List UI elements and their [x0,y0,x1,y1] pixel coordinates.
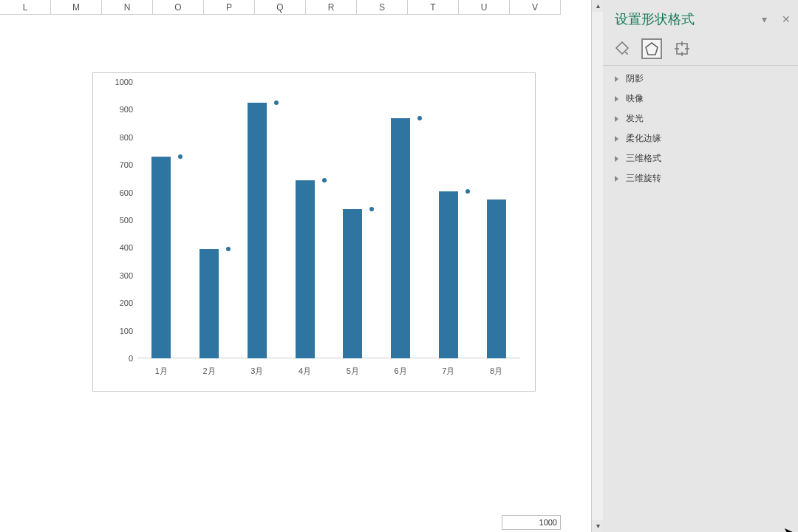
x-tick: 2月 [203,366,216,377]
bar[interactable] [343,209,362,358]
effect-row[interactable]: 三维旋转 [609,168,792,188]
expand-icon [615,76,618,82]
effect-row[interactable]: 柔化边缘 [609,129,792,149]
x-tick: 8月 [490,366,502,377]
y-tick: 100 [120,327,133,335]
bar[interactable] [296,180,315,358]
mouse-cursor-icon: ➤ [783,525,793,532]
effects-icon[interactable] [641,38,662,59]
data-point[interactable] [226,247,231,251]
effect-row[interactable]: 阴影 [609,69,792,89]
worksheet-area[interactable]: LMNOPQRSTUV 0100200300400500600700800900… [0,0,591,532]
pane-title: 设置形状格式 [615,10,695,28]
effects-list: 阴影映像发光柔化边缘三维格式三维旋转 [603,69,798,188]
effect-row[interactable]: 映像 [609,89,792,109]
chart-container[interactable]: 01002003004005006007008009001000 1月2月3月4… [92,72,536,392]
bar[interactable] [391,118,410,358]
y-tick: 900 [120,105,133,114]
data-point[interactable] [178,154,183,159]
scroll-down-icon[interactable]: ▾ [592,520,604,532]
col-header-R[interactable]: R [306,0,357,15]
col-header-T[interactable]: T [408,0,459,15]
effect-label: 阴影 [626,72,644,85]
effect-label: 三维格式 [626,152,661,165]
x-axis: 1月2月3月4月5月6月7月8月 [137,364,520,382]
bar[interactable] [439,191,458,358]
col-header-S[interactable]: S [357,0,408,15]
bar[interactable] [151,157,171,358]
expand-icon [615,96,618,102]
col-header-U[interactable]: U [459,0,510,15]
pane-dropdown-icon[interactable]: ▾ [762,13,767,25]
effect-row[interactable]: 发光 [609,109,792,129]
data-point[interactable] [466,189,470,194]
x-tick: 1月 [155,366,168,377]
y-tick: 800 [120,133,133,142]
y-tick: 400 [120,243,133,252]
pane-category-icons [603,33,798,66]
x-tick: 6月 [395,366,407,377]
format-shape-pane: 设置形状格式 ▾ ✕ 阴影映像发光柔化边缘三维格式三维旋转 [603,0,798,532]
y-tick: 0 [129,354,133,363]
y-tick: 700 [120,160,133,169]
col-header-L[interactable]: L [0,0,51,15]
data-point[interactable] [274,100,279,105]
plot-area[interactable] [137,82,520,358]
size-properties-icon[interactable] [673,40,691,58]
column-headers: LMNOPQRSTUV [0,0,591,15]
x-tick: 7月 [442,366,454,377]
scroll-up-icon[interactable]: ▴ [592,0,604,12]
y-tick: 300 [120,271,133,280]
effect-label: 映像 [626,92,644,105]
effect-label: 三维旋转 [626,172,661,185]
pane-close-icon[interactable]: ✕ [782,13,791,25]
data-point[interactable] [322,178,327,183]
expand-icon [615,136,618,142]
bar[interactable] [248,103,267,358]
col-header-V[interactable]: V [510,0,561,15]
col-header-N[interactable]: N [102,0,153,15]
effect-label: 柔化边缘 [626,132,661,145]
axis-baseline [137,358,520,358]
bar[interactable] [200,249,219,358]
y-tick: 200 [120,299,133,307]
x-tick: 4月 [299,366,311,377]
expand-icon [615,176,618,182]
col-header-M[interactable]: M [51,0,102,15]
floating-value-cell[interactable]: 1000 [502,515,561,530]
data-point[interactable] [369,207,374,211]
expand-icon [615,116,618,122]
fill-line-icon[interactable] [613,40,631,58]
y-tick: 600 [120,188,133,197]
col-header-O[interactable]: O [153,0,204,15]
effect-row[interactable]: 三维格式 [609,149,792,168]
expand-icon [615,156,618,162]
y-tick: 1000 [115,78,133,86]
x-tick: 3月 [250,366,263,377]
y-axis: 01002003004005006007008009001000 [93,82,136,358]
data-point[interactable] [417,116,422,120]
y-tick: 500 [120,216,133,225]
bar[interactable] [487,200,506,358]
col-header-Q[interactable]: Q [255,0,306,15]
svg-marker-0 [646,43,658,55]
vertical-scrollbar[interactable]: ▴ ▾ [591,0,604,532]
col-header-P[interactable]: P [204,0,255,15]
x-tick: 5月 [347,366,359,377]
effect-label: 发光 [626,112,644,125]
